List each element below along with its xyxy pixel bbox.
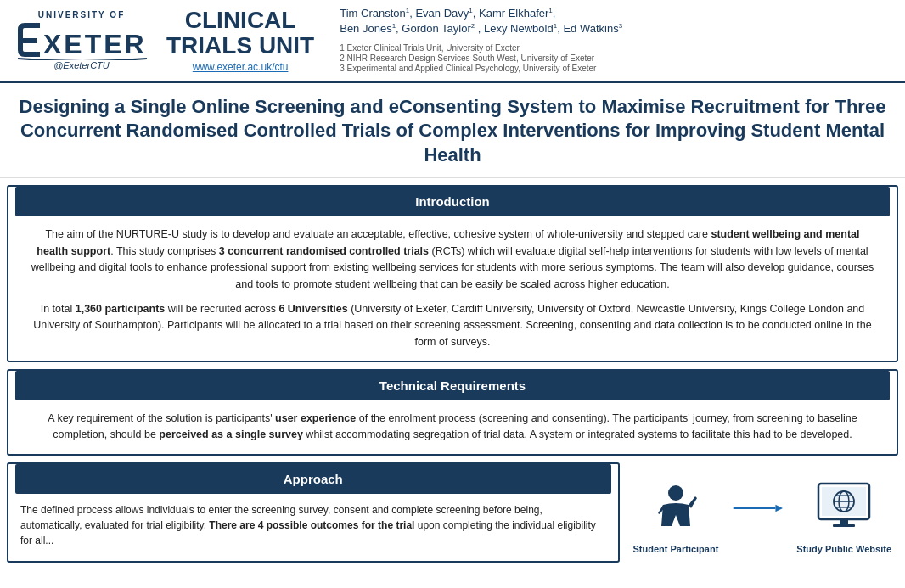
logo-section: UNIVERSITY OF XETER @ExeterCTU xyxy=(14,10,149,70)
ctu-title: CLINICAL TRIALS UNIT xyxy=(166,8,314,60)
approach-section: Approach The defined process allows indi… xyxy=(7,462,620,563)
affil2: 2 NIHR Research Design Services South We… xyxy=(340,53,891,63)
authors-line1: Tim Cranston1, Evan Davy1, Kamr Elkhafer… xyxy=(340,7,891,20)
technical-body: A key requirement of the solution is par… xyxy=(8,400,897,454)
svg-marker-3 xyxy=(776,505,784,512)
exeter-logo-svg: XETER xyxy=(16,20,148,60)
affil3: 3 Experimental and Applied Clinical Psyc… xyxy=(340,64,891,73)
svg-text:XETER: XETER xyxy=(43,29,147,59)
authors-section: Tim Cranston1, Evan Davy1, Kamr Elkhafer… xyxy=(331,7,891,74)
approach-body: The defined process allows individuals t… xyxy=(8,494,618,557)
introduction-header: Introduction xyxy=(15,187,890,216)
ctu-website[interactable]: www.exeter.ac.uk/ctu xyxy=(193,61,289,73)
svg-rect-12 xyxy=(833,524,855,527)
approach-para1: The defined process allows individuals t… xyxy=(20,502,606,548)
intro-para1: The aim of the NURTURE-U study is to dev… xyxy=(29,227,876,293)
authors-line2: Ben Jones1, Gordon Taylor2 , Lexy Newbol… xyxy=(340,22,891,35)
arrow-icon xyxy=(732,500,783,517)
diagram-section: Student Participant xyxy=(627,462,899,563)
student-icon xyxy=(646,479,705,539)
ctu-section: CLINICAL TRIALS UNIT www.exeter.ac.uk/ct… xyxy=(166,8,314,74)
svg-rect-11 xyxy=(840,519,848,524)
approach-header: Approach xyxy=(15,464,611,494)
main-title-section: Designing a Single Online Screening and … xyxy=(0,83,905,179)
student-label: Student Participant xyxy=(633,544,719,554)
website-icon xyxy=(814,479,874,539)
introduction-body: The aim of the NURTURE-U study is to dev… xyxy=(8,216,897,361)
intro-para2: In total 1,360 participants will be recr… xyxy=(29,301,876,350)
exeter-logo: XETER xyxy=(16,20,148,60)
tech-para1: A key requirement of the solution is par… xyxy=(29,411,876,444)
twitter-handle: @ExeterCTU xyxy=(53,60,110,70)
arrow-diagram xyxy=(732,500,783,517)
main-title: Designing a Single Online Screening and … xyxy=(17,95,888,168)
svg-point-1 xyxy=(668,485,683,501)
lower-section: Approach The defined process allows indi… xyxy=(7,462,898,563)
diagram-row: Student Participant xyxy=(633,479,892,554)
page-header: UNIVERSITY OF XETER @ExeterCTU CLINICAL … xyxy=(0,0,905,83)
student-diagram-item: Student Participant xyxy=(633,479,719,554)
website-diagram-item: Study Public Website xyxy=(796,479,891,554)
technical-section: Technical Requirements A key requirement… xyxy=(7,369,898,456)
website-label: Study Public Website xyxy=(796,544,891,554)
university-text: UNIVERSITY OF xyxy=(38,10,126,20)
affil1: 1 Exeter Clinical Trials Unit, Universit… xyxy=(340,43,891,53)
introduction-section: Introduction The aim of the NURTURE-U st… xyxy=(7,185,898,362)
technical-header: Technical Requirements xyxy=(15,371,890,400)
